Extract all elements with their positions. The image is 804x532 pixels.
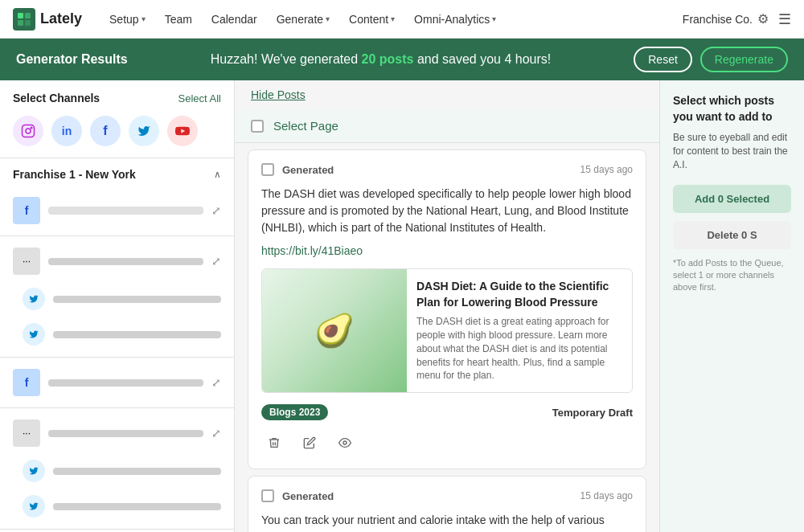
hide-posts-bar: Hide Posts: [235, 80, 659, 109]
sub-account-item[interactable]: [0, 281, 234, 317]
reset-button[interactable]: Reset: [634, 47, 692, 72]
twitter-channel-icon[interactable]: [129, 116, 159, 146]
post-checkbox[interactable]: [261, 489, 274, 502]
chevron-down-icon: ▾: [142, 14, 146, 23]
nav-content[interactable]: Content ▾: [341, 8, 403, 31]
nav-items: Setup ▾ Team Calendar Generate ▾ Content…: [101, 8, 683, 31]
select-channels-label: Select Channels: [13, 92, 100, 104]
draft-status: Temporary Draft: [552, 407, 633, 419]
expand-icon[interactable]: ⤢: [211, 255, 221, 268]
post-actions: [261, 430, 633, 456]
account-item[interactable]: f ⤢: [0, 190, 234, 231]
blurred-name: [53, 331, 221, 338]
svg-rect-3: [25, 20, 31, 26]
select-all-link[interactable]: Select All: [178, 92, 221, 104]
account-name: [48, 207, 203, 215]
logo-area[interactable]: Lately: [13, 8, 82, 31]
post-link[interactable]: https://bit.ly/41Biaeo: [261, 244, 633, 257]
post-date: 15 days ago: [580, 164, 633, 175]
avatar: ···: [13, 248, 40, 275]
expand-icon[interactable]: ⤢: [211, 204, 221, 217]
post-header: Generated 15 days ago: [261, 489, 633, 502]
facebook-channel-icon[interactable]: f: [90, 116, 121, 146]
youtube-channel-icon[interactable]: [167, 116, 198, 146]
blurred-name: [53, 503, 221, 510]
blurred-name: [48, 430, 203, 437]
right-panel: Select which posts you want to add to Be…: [659, 80, 804, 532]
banner-title: Generator Results: [16, 52, 128, 67]
menu-icon[interactable]: ☰: [778, 10, 791, 28]
sub-account-item[interactable]: [0, 317, 234, 352]
expand-icon[interactable]: ⤢: [211, 427, 221, 440]
sub-avatar: [23, 495, 45, 518]
post-body: The DASH diet was developed specifically…: [261, 186, 633, 236]
franchise-header[interactable]: Franchise 1 - New York ∧: [0, 158, 234, 190]
delete-post-icon[interactable]: [261, 430, 287, 456]
regenerate-button[interactable]: Regenerate: [700, 47, 788, 72]
sub-avatar: [23, 323, 45, 346]
hide-posts-link[interactable]: Hide Posts: [251, 88, 306, 101]
preview-post-icon[interactable]: [332, 430, 358, 456]
edit-post-icon[interactable]: [297, 430, 322, 456]
channel-icons-row: in f: [0, 113, 234, 158]
app-name: Lately: [40, 10, 82, 27]
article-desc: The DASH diet is a great eating approach…: [416, 315, 622, 383]
account-group-item[interactable]: ··· ⤢: [0, 413, 234, 453]
add-selected-button[interactable]: Add 0 Selected: [673, 185, 791, 213]
article-preview: 🥑 DASH Diet: A Guide to the Scientific P…: [261, 268, 633, 393]
post-footer: Blogs 2023 Temporary Draft: [261, 404, 633, 420]
account-group-item[interactable]: ··· ⤢: [0, 241, 234, 281]
select-page-row: Select Page: [235, 109, 659, 143]
nav-setup[interactable]: Setup ▾: [101, 8, 154, 31]
article-thumbnail: 🥑: [262, 269, 407, 392]
nav-calendar[interactable]: Calendar: [203, 8, 265, 31]
center-content: Hide Posts Select Page Generated 15 days…: [235, 80, 659, 532]
main-layout: Select Channels Select All in f: [0, 80, 804, 532]
account-item[interactable]: f ⤢: [0, 362, 234, 403]
sub-account-item[interactable]: [0, 453, 234, 489]
instagram-channel-icon[interactable]: [13, 116, 43, 146]
svg-point-7: [343, 441, 347, 444]
nav-omni-analytics[interactable]: Omni-Analytics ▾: [406, 8, 504, 31]
post-status: Generated: [282, 490, 334, 502]
left-sidebar: Select Channels Select All in f: [0, 80, 235, 532]
collapse-icon: ∧: [214, 169, 221, 180]
select-page-checkbox[interactable]: [251, 120, 264, 133]
article-title: DASH Diet: A Guide to the Scientific Pla…: [416, 279, 622, 310]
right-panel-desc: Be sure to eyeball and edit for content …: [673, 131, 791, 171]
sub-avatar: [23, 460, 45, 482]
article-text: DASH Diet: A Guide to the Scientific Pla…: [407, 269, 632, 392]
chevron-down-icon: ▾: [326, 14, 330, 23]
nav-team[interactable]: Team: [157, 8, 200, 31]
svg-rect-2: [18, 20, 23, 26]
franchise-name: Franchise 1 - New York: [13, 168, 136, 181]
sub-avatar: [23, 288, 45, 310]
generator-banner: Generator Results Huzzah! We've generate…: [0, 39, 804, 80]
svg-rect-4: [23, 125, 35, 137]
expand-icon[interactable]: ⤢: [211, 376, 221, 389]
post-status: Generated: [282, 164, 334, 176]
post-card: Generated 15 days ago You can track your…: [248, 476, 646, 532]
nav-right: Franchise Co. ⚙ ☰: [683, 10, 791, 28]
linkedin-channel-icon[interactable]: in: [51, 116, 82, 146]
post-date: 15 days ago: [580, 490, 633, 501]
post-header: Generated 15 days ago: [261, 163, 633, 176]
banner-buttons: Reset Regenerate: [634, 47, 788, 72]
nav-generate[interactable]: Generate ▾: [269, 8, 338, 31]
post-checkbox[interactable]: [261, 163, 274, 176]
svg-rect-1: [25, 13, 31, 18]
avatar: f: [13, 197, 40, 224]
chevron-down-icon: ▾: [391, 14, 395, 23]
blurred-name: [48, 379, 203, 387]
avatar: f: [13, 369, 40, 396]
blurred-name: [53, 468, 221, 475]
delete-selected-button[interactable]: Delete 0 S: [673, 221, 791, 249]
org-icon: ⚙: [757, 11, 769, 27]
chevron-down-icon: ▾: [492, 14, 496, 23]
top-navigation: Lately Setup ▾ Team Calendar Generate ▾ …: [0, 0, 804, 39]
right-panel-note: *To add Posts to the Queue, select 1 or …: [673, 257, 791, 294]
tag-badge: Blogs 2023: [261, 404, 328, 420]
logo-icon: [13, 8, 35, 31]
sub-account-item[interactable]: [0, 489, 234, 524]
franchise-selector[interactable]: Franchise Co. ⚙: [683, 11, 769, 27]
